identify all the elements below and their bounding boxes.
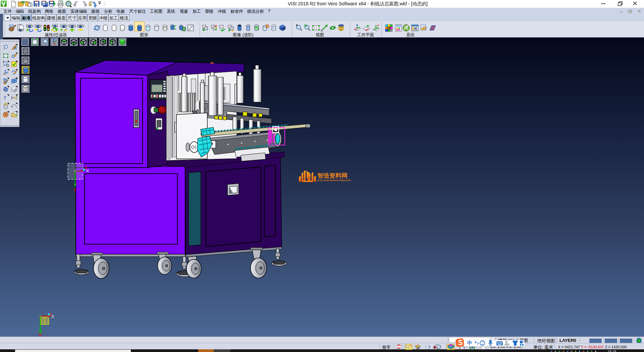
svg-text:智造资料网: 智造资料网 xyxy=(317,172,347,179)
svg-text:1:1: 1:1 xyxy=(314,27,318,30)
svg-text:?: ? xyxy=(3,95,6,101)
svg-text:Y: Y xyxy=(73,188,76,192)
svg-text:15:18: 15:18 xyxy=(608,350,616,352)
svg-text:Z: Z xyxy=(85,166,87,170)
svg-text:?: ? xyxy=(428,345,431,350)
svg-text:INTELLIGENT MANUFACTURING DATA: INTELLIGENT MANUFACTURING DATA xyxy=(317,179,351,181)
svg-text:10: 10 xyxy=(417,346,420,349)
svg-text:Z: Z xyxy=(50,312,52,316)
svg-text:7: 7 xyxy=(508,343,509,346)
svg-text:中: 中 xyxy=(467,340,472,346)
